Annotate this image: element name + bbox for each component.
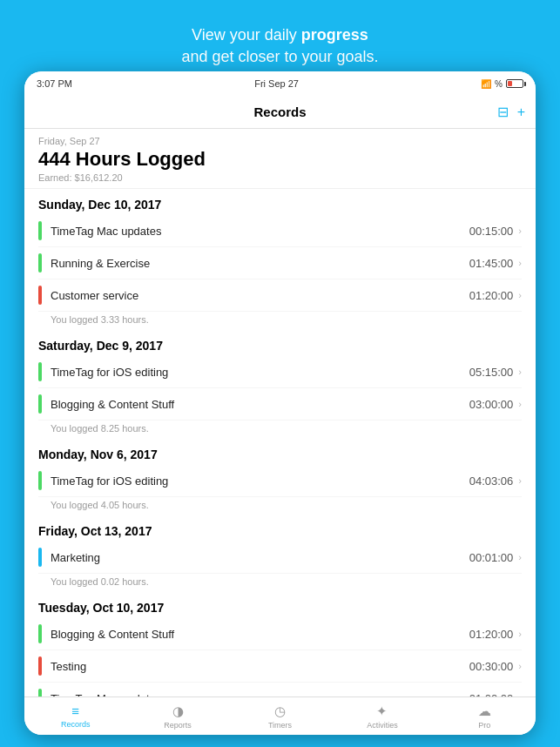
battery-pct-label: % [495, 79, 503, 89]
tab-reports[interactable]: ◑ Reports [126, 703, 228, 730]
records-icon: ≡ [71, 703, 79, 718]
pro-label: Pro [478, 721, 490, 730]
table-row[interactable]: TimeTag Mac updates00:15:00› [38, 215, 522, 247]
day-header: Sunday, Dec 10, 2017 [38, 189, 522, 215]
color-bar [38, 362, 42, 381]
activities-icon: ✦ [376, 703, 388, 719]
table-row[interactable]: Customer service01:20:00› [38, 279, 522, 312]
ipad-frame: 3:07 PM Fri Sep 27 📶 % Records ⊟ + Frida… [24, 71, 536, 735]
color-bar [38, 656, 42, 676]
day-summary: You logged 3.33 hours. [38, 312, 522, 330]
day-section: Tuesday, Oct 10, 2017Blogging & Content … [24, 592, 536, 697]
timers-icon: ◷ [274, 703, 286, 719]
entry-time: 01:45:00 [469, 257, 514, 270]
hours-title: 444 Hours Logged [38, 148, 522, 171]
day-section: Monday, Nov 6, 2017TimeTag for iOS editi… [24, 439, 536, 515]
day-header: Saturday, Dec 9, 2017 [38, 330, 522, 356]
status-bar: 3:07 PM Fri Sep 27 📶 % [24, 71, 536, 96]
table-row[interactable]: Blogging & Content Stuff01:20:00› [38, 618, 522, 650]
tab-timers[interactable]: ◷ Timers [229, 703, 331, 730]
table-row[interactable]: Running & Exercise01:45:00› [38, 247, 522, 279]
pro-icon: ☁ [478, 703, 491, 719]
entry-name: Testing [51, 660, 469, 673]
chevron-right-icon: › [518, 367, 522, 377]
day-summary: You logged 4.05 hours. [38, 497, 522, 515]
color-bar [38, 286, 42, 305]
color-bar [38, 624, 42, 643]
day-header: Monday, Nov 6, 2017 [38, 439, 522, 465]
day-summary: You logged 8.25 hours. [38, 421, 522, 439]
entry-time: 01:20:00 [469, 289, 514, 302]
filter-icon[interactable]: ⊟ [497, 104, 509, 120]
color-bar [38, 548, 42, 567]
entry-name: TimeTag Mac updates [51, 225, 469, 238]
color-bar [38, 253, 42, 273]
chevron-right-icon: › [518, 290, 522, 300]
battery-icon [506, 79, 523, 88]
day-section: Sunday, Dec 10, 2017TimeTag Mac updates0… [24, 189, 536, 330]
table-row[interactable]: Blogging & Content Stuff03:00:00› [38, 388, 522, 421]
header-section: Friday, Sep 27 444 Hours Logged Earned: … [24, 129, 536, 189]
activities-label: Activities [367, 721, 398, 730]
day-section: Friday, Oct 13, 2017Marketing00:01:00›Yo… [24, 515, 536, 592]
color-bar [38, 394, 42, 414]
entry-name: Blogging & Content Stuff [51, 398, 469, 411]
entry-time: 01:20:00 [469, 628, 514, 641]
day-header: Tuesday, Oct 10, 2017 [38, 592, 522, 618]
chevron-right-icon: › [518, 225, 522, 236]
entry-time: 05:15:00 [469, 366, 514, 379]
entry-name: Customer service [51, 289, 469, 302]
entry-time: 04:03:06 [469, 474, 514, 488]
table-row[interactable]: Marketing00:01:00› [38, 542, 522, 574]
status-date: Fri Sep 27 [254, 78, 299, 89]
status-right: 📶 % [481, 79, 523, 89]
table-row[interactable]: TimeTag for iOS editing04:03:06› [38, 465, 522, 497]
chevron-right-icon: › [518, 475, 522, 486]
day-header: Friday, Oct 13, 2017 [38, 515, 522, 542]
entry-time: 03:00:00 [469, 398, 514, 411]
table-row[interactable]: TimeTag Mac updates01:00:00› [38, 683, 522, 697]
entry-name: TimeTag for iOS editing [51, 474, 469, 488]
days-container: Sunday, Dec 10, 2017TimeTag Mac updates0… [24, 189, 536, 697]
tab-pro[interactable]: ☁ Pro [434, 703, 536, 730]
tab-bar: ≡ Records ◑ Reports ◷ Timers ✦ Activitie… [24, 697, 536, 735]
color-bar [38, 689, 42, 697]
chevron-right-icon: › [518, 552, 522, 562]
entry-name: Running & Exercise [51, 257, 469, 270]
chevron-right-icon: › [518, 258, 522, 268]
tagline: View your daily progress and get closer … [0, 0, 560, 82]
tab-records[interactable]: ≡ Records [24, 703, 126, 729]
nav-actions: ⊟ + [497, 104, 525, 120]
entry-name: Marketing [51, 551, 469, 564]
day-section: Saturday, Dec 9, 2017TimeTag for iOS edi… [24, 330, 536, 439]
content-area: Friday, Sep 27 444 Hours Logged Earned: … [24, 129, 536, 697]
table-row[interactable]: TimeTag for iOS editing05:15:00› [38, 356, 522, 388]
entry-time: 00:15:00 [469, 225, 514, 238]
timers-label: Timers [268, 721, 292, 730]
earned-label: Earned: $16,612.20 [38, 172, 522, 183]
table-row[interactable]: Testing00:30:00› [38, 650, 522, 683]
chevron-right-icon: › [518, 661, 522, 671]
add-icon[interactable]: + [517, 104, 525, 120]
color-bar [38, 221, 42, 240]
nav-bar: Records ⊟ + [24, 96, 536, 129]
tab-activities[interactable]: ✦ Activities [331, 703, 433, 730]
entry-name: Blogging & Content Stuff [51, 628, 469, 641]
reports-label: Reports [164, 721, 192, 730]
nav-title: Records [253, 104, 306, 119]
wifi-icon: 📶 [481, 79, 491, 89]
day-summary: You logged 0.02 hours. [38, 574, 522, 592]
reports-icon: ◑ [172, 703, 184, 719]
chevron-right-icon: › [518, 399, 522, 409]
color-bar [38, 471, 42, 490]
header-date: Friday, Sep 27 [38, 136, 522, 146]
chevron-right-icon: › [518, 629, 522, 639]
entry-time: 00:01:00 [469, 551, 514, 564]
entry-time: 00:30:00 [469, 660, 514, 673]
status-time: 3:07 PM [37, 78, 72, 89]
records-label: Records [61, 720, 91, 729]
entry-name: TimeTag for iOS editing [51, 366, 469, 379]
